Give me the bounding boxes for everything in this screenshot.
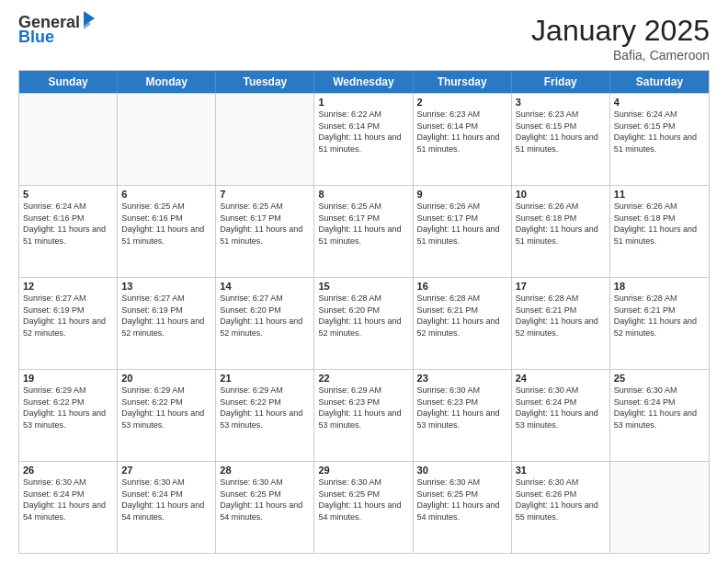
day-number: 25 [614, 373, 705, 384]
logo: General Blue [18, 14, 97, 45]
day-info: Sunrise: 6:29 AM Sunset: 6:22 PM Dayligh… [220, 385, 310, 431]
day-info: Sunrise: 6:24 AM Sunset: 6:15 PM Dayligh… [614, 109, 705, 155]
header-day-friday: Friday [512, 71, 610, 93]
cal-cell: 11Sunrise: 6:26 AM Sunset: 6:18 PM Dayli… [610, 186, 709, 277]
day-info: Sunrise: 6:30 AM Sunset: 6:24 PM Dayligh… [121, 477, 211, 523]
day-info: Sunrise: 6:30 AM Sunset: 6:24 PM Dayligh… [23, 477, 113, 523]
cal-row-0: 1Sunrise: 6:22 AM Sunset: 6:14 PM Daylig… [19, 93, 709, 185]
calendar-body: 1Sunrise: 6:22 AM Sunset: 6:14 PM Daylig… [19, 93, 709, 553]
day-number: 29 [318, 465, 408, 476]
day-info: Sunrise: 6:28 AM Sunset: 6:21 PM Dayligh… [614, 293, 705, 339]
cal-cell: 8Sunrise: 6:25 AM Sunset: 6:17 PM Daylig… [314, 186, 413, 277]
day-number: 4 [614, 97, 705, 108]
logo-icon [82, 9, 97, 29]
location: Bafia, Cameroon [531, 48, 710, 63]
day-number: 23 [417, 373, 507, 384]
day-number: 27 [121, 465, 211, 476]
cal-cell: 31Sunrise: 6:30 AM Sunset: 6:26 PM Dayli… [512, 462, 610, 553]
cal-cell: 30Sunrise: 6:30 AM Sunset: 6:25 PM Dayli… [414, 462, 512, 553]
cal-cell: 23Sunrise: 6:30 AM Sunset: 6:23 PM Dayli… [414, 370, 512, 461]
day-number: 10 [516, 189, 606, 200]
day-info: Sunrise: 6:22 AM Sunset: 6:14 PM Dayligh… [318, 109, 408, 155]
day-number: 21 [220, 373, 310, 384]
page: General Blue January 2025 Bafia, Cameroo… [0, 0, 728, 563]
header-day-sunday: Sunday [19, 71, 118, 93]
day-info: Sunrise: 6:25 AM Sunset: 6:17 PM Dayligh… [318, 201, 408, 247]
cal-row-4: 26Sunrise: 6:30 AM Sunset: 6:24 PM Dayli… [19, 461, 709, 553]
day-info: Sunrise: 6:30 AM Sunset: 6:25 PM Dayligh… [318, 477, 408, 523]
day-info: Sunrise: 6:24 AM Sunset: 6:16 PM Dayligh… [23, 201, 113, 247]
cal-cell [216, 94, 314, 185]
day-number: 28 [220, 465, 310, 476]
day-info: Sunrise: 6:29 AM Sunset: 6:22 PM Dayligh… [121, 385, 211, 431]
day-number: 26 [23, 465, 113, 476]
day-info: Sunrise: 6:30 AM Sunset: 6:25 PM Dayligh… [220, 477, 310, 523]
header-day-saturday: Saturday [610, 71, 709, 93]
cal-cell: 26Sunrise: 6:30 AM Sunset: 6:24 PM Dayli… [19, 462, 118, 553]
day-number: 8 [318, 189, 408, 200]
day-info: Sunrise: 6:30 AM Sunset: 6:24 PM Dayligh… [614, 385, 705, 431]
cal-cell: 18Sunrise: 6:28 AM Sunset: 6:21 PM Dayli… [610, 278, 709, 369]
cal-cell: 17Sunrise: 6:28 AM Sunset: 6:21 PM Dayli… [512, 278, 610, 369]
cal-cell: 10Sunrise: 6:26 AM Sunset: 6:18 PM Dayli… [512, 186, 610, 277]
month-title: January 2025 [531, 14, 710, 48]
day-number: 24 [516, 373, 606, 384]
day-info: Sunrise: 6:30 AM Sunset: 6:25 PM Dayligh… [417, 477, 507, 523]
day-info: Sunrise: 6:29 AM Sunset: 6:23 PM Dayligh… [318, 385, 408, 431]
day-number: 14 [220, 281, 310, 292]
day-info: Sunrise: 6:30 AM Sunset: 6:26 PM Dayligh… [516, 477, 606, 523]
cal-cell: 13Sunrise: 6:27 AM Sunset: 6:19 PM Dayli… [118, 278, 216, 369]
day-number: 30 [417, 465, 507, 476]
cal-cell: 14Sunrise: 6:27 AM Sunset: 6:20 PM Dayli… [216, 278, 314, 369]
day-number: 1 [318, 97, 408, 108]
logo-text: General Blue [18, 14, 97, 45]
cal-cell: 1Sunrise: 6:22 AM Sunset: 6:14 PM Daylig… [314, 94, 413, 185]
day-number: 6 [121, 189, 211, 200]
day-number: 11 [614, 189, 705, 200]
day-info: Sunrise: 6:27 AM Sunset: 6:19 PM Dayligh… [23, 293, 113, 339]
cal-cell: 16Sunrise: 6:28 AM Sunset: 6:21 PM Dayli… [414, 278, 512, 369]
cal-cell: 28Sunrise: 6:30 AM Sunset: 6:25 PM Dayli… [216, 462, 314, 553]
cal-cell: 29Sunrise: 6:30 AM Sunset: 6:25 PM Dayli… [314, 462, 413, 553]
cal-cell: 19Sunrise: 6:29 AM Sunset: 6:22 PM Dayli… [19, 370, 118, 461]
day-info: Sunrise: 6:25 AM Sunset: 6:17 PM Dayligh… [220, 201, 310, 247]
day-number: 19 [23, 373, 113, 384]
day-number: 18 [614, 281, 705, 292]
calendar: SundayMondayTuesdayWednesdayThursdayFrid… [18, 70, 710, 554]
day-number: 20 [121, 373, 211, 384]
calendar-header: SundayMondayTuesdayWednesdayThursdayFrid… [19, 71, 709, 93]
day-number: 17 [516, 281, 606, 292]
title-area: January 2025 Bafia, Cameroon [531, 14, 710, 63]
day-number: 22 [318, 373, 408, 384]
cal-cell: 25Sunrise: 6:30 AM Sunset: 6:24 PM Dayli… [610, 370, 709, 461]
day-info: Sunrise: 6:30 AM Sunset: 6:23 PM Dayligh… [417, 385, 507, 431]
cal-cell: 5Sunrise: 6:24 AM Sunset: 6:16 PM Daylig… [19, 186, 118, 277]
cal-cell: 24Sunrise: 6:30 AM Sunset: 6:24 PM Dayli… [512, 370, 610, 461]
day-info: Sunrise: 6:27 AM Sunset: 6:20 PM Dayligh… [220, 293, 310, 339]
day-number: 12 [23, 281, 113, 292]
cal-cell: 20Sunrise: 6:29 AM Sunset: 6:22 PM Dayli… [118, 370, 216, 461]
header-day-monday: Monday [118, 71, 216, 93]
header: General Blue January 2025 Bafia, Cameroo… [18, 14, 710, 63]
day-number: 16 [417, 281, 507, 292]
logo-blue: Blue [18, 29, 97, 45]
cal-cell: 27Sunrise: 6:30 AM Sunset: 6:24 PM Dayli… [118, 462, 216, 553]
day-number: 5 [23, 189, 113, 200]
day-number: 2 [417, 97, 507, 108]
day-info: Sunrise: 6:26 AM Sunset: 6:18 PM Dayligh… [516, 201, 606, 247]
cal-cell: 7Sunrise: 6:25 AM Sunset: 6:17 PM Daylig… [216, 186, 314, 277]
cal-cell: 6Sunrise: 6:25 AM Sunset: 6:16 PM Daylig… [118, 186, 216, 277]
cal-cell [118, 94, 216, 185]
header-day-wednesday: Wednesday [314, 71, 413, 93]
cal-row-1: 5Sunrise: 6:24 AM Sunset: 6:16 PM Daylig… [19, 185, 709, 277]
day-info: Sunrise: 6:30 AM Sunset: 6:24 PM Dayligh… [516, 385, 606, 431]
day-number: 7 [220, 189, 310, 200]
day-info: Sunrise: 6:28 AM Sunset: 6:21 PM Dayligh… [516, 293, 606, 339]
header-day-tuesday: Tuesday [216, 71, 314, 93]
day-info: Sunrise: 6:28 AM Sunset: 6:21 PM Dayligh… [417, 293, 507, 339]
cal-cell: 3Sunrise: 6:23 AM Sunset: 6:15 PM Daylig… [512, 94, 610, 185]
day-info: Sunrise: 6:25 AM Sunset: 6:16 PM Dayligh… [121, 201, 211, 247]
cal-cell: 12Sunrise: 6:27 AM Sunset: 6:19 PM Dayli… [19, 278, 118, 369]
day-number: 31 [516, 465, 606, 476]
day-number: 15 [318, 281, 408, 292]
